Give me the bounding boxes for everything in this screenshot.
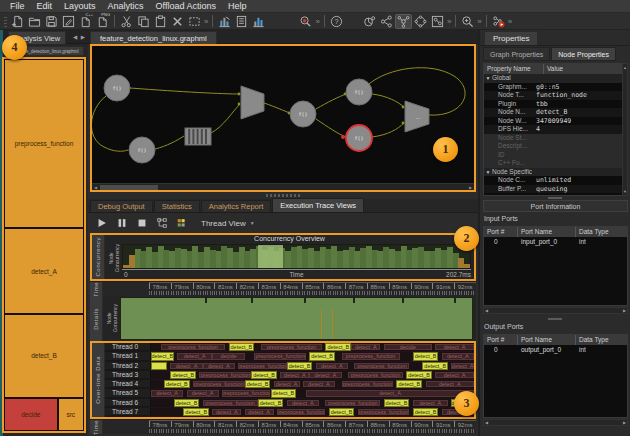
task-bar-decide[interactable]: decide [212,353,244,359]
task-bar-detect_B[interactable]: detect_B [384,399,410,407]
export-png-button[interactable]: PNG [94,14,111,29]
analysis-block-src[interactable]: src [58,398,84,431]
analysis-block-decide[interactable]: decide [4,398,58,431]
task-bar-detect_B[interactable]: detect_B [287,362,313,370]
toolbar-overflow-icon[interactable]: » [204,14,208,29]
scroll-up-icon[interactable]: ▲ [623,64,627,71]
tree-view-button[interactable] [153,215,170,231]
graph-node-button[interactable] [395,14,412,29]
paste-button[interactable] [152,14,169,29]
node-detect-b[interactable]: f() [346,125,372,151]
tab-scroll-arrows[interactable]: ◀ ▶ [73,34,86,40]
tab-properties[interactable]: Properties [484,31,538,45]
task-bar-detect_A[interactable]: detect_A [187,390,219,396]
stop-button[interactable] [133,215,150,231]
menu-help[interactable]: Help [222,0,253,13]
property-table-vscrollbar[interactable]: ▲ ▼ [622,63,628,196]
task-bar-detect_A[interactable]: detect_A [351,344,380,350]
task-bar-detect_A[interactable]: detect_A [413,400,449,406]
task-bar-preprocess_function[interactable]: preprocess_function [199,372,251,378]
thread-view-dropdown[interactable]: Thread View▼ [201,219,255,228]
task-bar-detect_A[interactable]: detect_A [151,390,183,396]
task-bar-detect_B[interactable]: detect_B [164,380,190,388]
property-row[interactable]: Node T...function_node [484,91,623,100]
node-input[interactable]: f() [129,137,155,163]
property-row[interactable]: C++ Fu... [484,159,623,168]
task-bar-preprocess_function[interactable]: preprocess_function [222,390,270,396]
thread-timeline[interactable]: detect_Adetect_Apreprocess_functiondetec… [151,362,474,370]
task-bar-detect_A[interactable]: detect_A [177,353,213,359]
graph-canvas[interactable]: f()f()f()f()f()... ◀ ▶ [90,44,476,192]
node-detect-a[interactable]: f() [346,79,372,105]
tab-execution-trace-views[interactable]: Execution Trace Views [272,198,364,212]
task-bar-detect_B[interactable]: detect_B [183,408,209,416]
task-bar-detect_B[interactable]: detect_B [309,352,335,360]
port-row[interactable]: 0input_port_0int [484,237,627,246]
select-nodes-button[interactable] [186,14,203,29]
task-bar-detect_B[interactable]: detect_B [329,408,355,416]
task-bar-detect_B[interactable]: detect_B [151,352,174,360]
task-bar-detect_A[interactable]: detect_A [426,381,474,387]
property-group-node-specific[interactable]: ▼Node Specific [484,168,623,177]
node-src[interactable]: f() [104,75,130,101]
task-bar-detect_A[interactable]: detect_A [435,372,474,378]
toolbar-overflow-icon[interactable]: » [477,14,481,29]
task-bar-detect_B[interactable]: detect_B [422,362,448,370]
analysis-block-detect_A[interactable]: detect_A [4,228,84,314]
property-row[interactable]: Graphm...g0::n5 [484,83,623,92]
node-preprocess[interactable]: f() [290,101,316,127]
statistics-chart-button[interactable] [250,14,267,29]
play-button[interactable] [93,215,110,231]
details-concurrency-chart[interactable] [120,297,473,340]
thread-timeline[interactable]: detect_Bpreprocess_functiondetect_Bdetec… [151,380,474,388]
tab-node-properties[interactable]: Node Properties [551,47,616,61]
scroll-left-icon[interactable]: ◀ [92,184,99,191]
expand-icon[interactable]: ▼ [484,74,492,83]
section-splitter-grip[interactable] [548,197,562,199]
task-bar-detect_B[interactable]: detect_B [406,371,432,379]
task-bar-preprocess_function[interactable]: preprocess_function [348,372,403,378]
task-bar-detect_B[interactable]: detect_B [413,352,439,360]
save-button[interactable] [43,14,60,29]
tab-graph-properties[interactable]: Graph Properties [483,47,550,61]
property-row[interactable]: Node C...unlimited [484,176,623,185]
property-group-global[interactable]: ▼Global [484,74,623,83]
scroll-thumb[interactable] [100,185,158,190]
thread-timeline[interactable]: preprocess_functiondetect_Bpreprocess_fu… [151,343,474,351]
tab-graphml-document[interactable]: feature_detection_linux.graphml [90,31,217,44]
task-bar-detect_B[interactable]: detect_B [258,399,284,407]
task-bar-detect_A[interactable]: detect_A [435,344,474,350]
selected-time-range[interactable] [258,245,282,268]
input-ports-hscrollbar[interactable]: ◀▶ [483,307,628,314]
task-bar-detect_A[interactable]: detect_A [245,409,274,415]
pause-button[interactable] [113,215,130,231]
task-bar-preprocess_function[interactable]: preprocess_function [342,353,400,359]
property-row[interactable]: Node N...detect_B [484,108,623,117]
task-bar-detect_A[interactable]: detect_A [170,363,202,369]
task-bar-detect_A[interactable]: detect_A [442,353,474,359]
task-bar-decide[interactable]: decide [384,344,432,350]
new-file-button[interactable] [9,14,26,29]
task-bar-preprocess_function[interactable]: preprocess_function [277,409,325,415]
node-indexer[interactable]: ... [405,101,429,132]
analysis-block-preprocess_function[interactable]: preprocess_function [4,59,84,228]
scroll-right-icon[interactable]: ▶ [467,184,474,191]
task-bar-preprocess_function[interactable]: preprocess_function [193,381,245,387]
run-analysis-button[interactable] [490,14,507,29]
task-bar-detect_A[interactable]: detect_A [303,381,335,387]
task-bar-detect_A[interactable]: detect_A [316,363,348,369]
task-bar-preprocess_function[interactable]: preprocess_function [238,363,286,369]
analysis-block-detect_B[interactable]: detect_B [4,314,84,398]
edit-graph-button[interactable] [60,14,77,29]
task-bar-detect_A[interactable]: detect_A [280,372,309,378]
task-bar-detect_B[interactable]: detect_B [396,380,422,388]
menu-layouts[interactable]: Layouts [58,0,102,13]
scroll-down-icon[interactable]: ▼ [623,188,627,195]
property-row[interactable]: Plugintbb [484,100,623,109]
graph-share-button[interactable] [378,14,395,29]
task-bar-detect_A[interactable]: detect_A [451,363,474,369]
task-bar-detect_A[interactable]: detect_A [212,409,241,415]
task-bar-detect_B[interactable]: detect_B [325,343,351,351]
graph-boxed-button[interactable] [429,14,446,29]
concurrency-overview-chart[interactable] [122,244,471,269]
